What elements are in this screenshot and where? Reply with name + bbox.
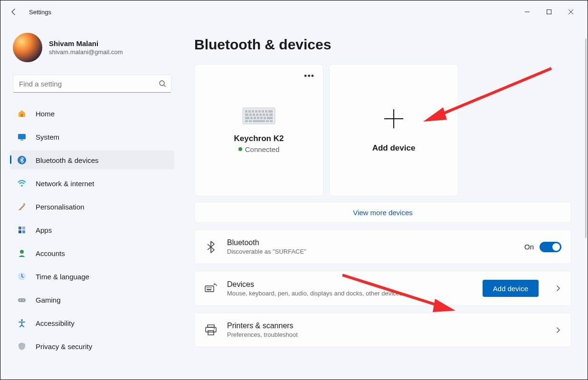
svg-rect-41 [260, 117, 263, 119]
nav-apps[interactable]: Apps [10, 220, 174, 239]
svg-rect-5 [18, 134, 26, 139]
network-icon [17, 178, 27, 189]
nav-home-label: Home [36, 110, 55, 118]
nav-accessibility[interactable]: Accessibility [10, 314, 174, 332]
nav-bluetooth-label: Bluetooth & devices [36, 156, 99, 164]
back-button[interactable] [6, 4, 21, 19]
svg-rect-6 [20, 140, 23, 141]
profile-email: shivam.malani@gmail.com [49, 48, 123, 56]
gaming-icon [17, 294, 27, 305]
svg-rect-48 [270, 120, 273, 122]
nav-network[interactable]: Network & internet [10, 174, 174, 193]
search-input[interactable] [18, 79, 159, 88]
system-icon [17, 132, 27, 142]
nav-privacy[interactable]: Privacy & security [10, 337, 174, 356]
bluetooth-card-body: Bluetooth Discoverable as "SURFACE" [227, 238, 515, 255]
nav-accounts[interactable]: Accounts [10, 244, 174, 263]
personalisation-icon [17, 201, 27, 212]
device-tile-more-button[interactable]: ••• [304, 71, 314, 81]
printers-card[interactable]: Printers & scanners Preferences, trouble… [194, 313, 571, 347]
bluetooth-nav-icon [17, 155, 27, 165]
view-more-devices-label: View more devices [353, 209, 413, 217]
apps-icon [17, 225, 27, 235]
svg-rect-33 [259, 114, 262, 116]
svg-rect-12 [19, 230, 21, 233]
svg-rect-29 [245, 114, 248, 116]
nav-system-label: System [36, 133, 59, 141]
nav-accessibility-label: Accessibility [36, 319, 75, 327]
printers-card-title: Printers & scanners [227, 322, 545, 330]
devices-icon [204, 283, 218, 294]
devices-card[interactable]: Devices Mouse, keyboard, pen, audio, dis… [194, 271, 571, 306]
keyboard-icon [242, 107, 275, 124]
view-more-devices-link[interactable]: View more devices [194, 202, 571, 223]
svg-rect-35 [266, 114, 268, 116]
paired-device-tile[interactable]: ••• Keychron K2 Connected [194, 64, 323, 196]
svg-rect-13 [22, 230, 25, 233]
svg-rect-54 [210, 287, 211, 288]
device-name: Keychron K2 [234, 134, 284, 143]
minimize-icon [524, 9, 530, 15]
profile-name: Shivam Malani [49, 39, 123, 48]
svg-rect-43 [267, 117, 273, 119]
accessibility-icon [17, 318, 27, 328]
bluetooth-toggle[interactable] [540, 242, 561, 252]
svg-rect-42 [264, 117, 266, 119]
svg-point-60 [214, 328, 215, 329]
device-status-text: Connected [245, 145, 280, 153]
maximize-button[interactable] [538, 4, 560, 19]
nav-time[interactable]: Time & language [10, 267, 174, 286]
device-tiles: ••• Keychron K2 Connected Add device [194, 64, 572, 196]
svg-rect-44 [245, 120, 248, 122]
back-arrow-icon [10, 8, 18, 16]
search-box[interactable] [13, 75, 171, 93]
titlebar: Settings [0, 0, 588, 23]
printer-icon [204, 324, 218, 336]
svg-rect-4 [21, 114, 23, 117]
svg-rect-28 [268, 110, 273, 113]
svg-rect-34 [263, 114, 265, 116]
bluetooth-icon [204, 240, 218, 254]
svg-rect-31 [253, 114, 255, 116]
svg-rect-23 [252, 110, 254, 113]
profile-block[interactable]: Shivam Malani shivam.malani@gmail.com [13, 33, 174, 62]
nav: Home System Bluetooth & devices Network … [10, 104, 174, 360]
chevron-right-icon [555, 285, 561, 292]
printers-card-sub: Preferences, troubleshoot [227, 331, 545, 338]
search-icon [159, 80, 166, 87]
svg-rect-22 [248, 110, 251, 113]
printers-card-body: Printers & scanners Preferences, trouble… [227, 322, 545, 338]
devices-card-title: Devices [227, 280, 473, 289]
bluetooth-card-title: Bluetooth [227, 238, 515, 247]
device-status: Connected [238, 145, 280, 153]
svg-rect-10 [19, 227, 21, 229]
svg-rect-32 [256, 114, 258, 116]
nav-bluetooth[interactable]: Bluetooth & devices [10, 151, 174, 170]
nav-system[interactable]: System [10, 127, 174, 146]
svg-rect-40 [257, 117, 259, 119]
nav-personalisation-label: Personalisation [36, 203, 85, 211]
home-icon [17, 108, 27, 119]
svg-rect-30 [249, 114, 252, 116]
chevron-right-icon [555, 327, 561, 333]
close-icon [568, 9, 574, 15]
avatar [13, 33, 42, 62]
svg-point-8 [21, 185, 23, 187]
nav-home[interactable]: Home [10, 104, 174, 123]
nav-time-label: Time & language [36, 273, 89, 281]
add-device-tile[interactable]: Add device [329, 64, 458, 196]
bluetooth-toggle-wrap: On [524, 242, 561, 252]
svg-rect-26 [262, 110, 264, 113]
scrollbar-indicator[interactable] [585, 38, 587, 238]
add-device-button[interactable]: Add device [483, 280, 539, 297]
svg-rect-39 [254, 117, 256, 119]
minimize-button[interactable] [516, 4, 538, 19]
app-title: Settings [29, 9, 51, 16]
status-dot-icon [238, 147, 242, 151]
nav-network-label: Network & internet [36, 180, 94, 188]
svg-rect-38 [250, 117, 253, 119]
add-device-tile-label: Add device [372, 143, 416, 153]
nav-personalisation[interactable]: Personalisation [10, 197, 174, 216]
nav-gaming[interactable]: Gaming [10, 290, 174, 309]
close-button[interactable] [560, 4, 582, 19]
